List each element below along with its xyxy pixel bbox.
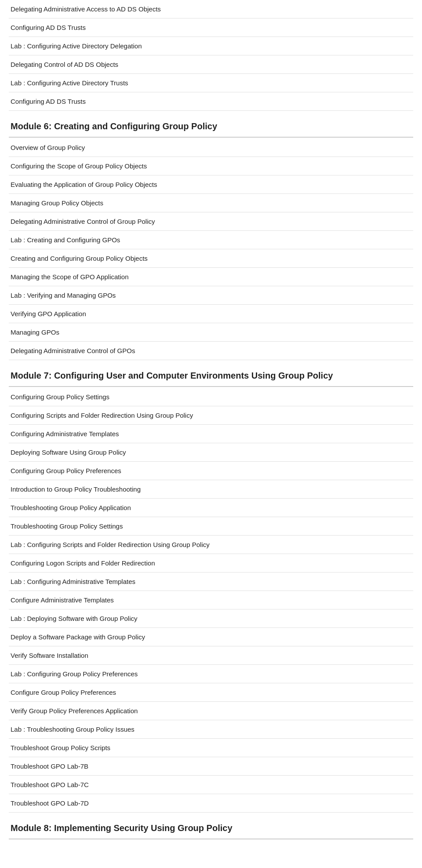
- list-item: Configuring Administrative Templates: [9, 425, 413, 443]
- module6-heading: Module 6: Creating and Configuring Group…: [9, 111, 413, 138]
- module7-heading: Module 7: Configuring User and Computer …: [9, 360, 413, 387]
- list-item: Lab : Creating and Configuring GPOs: [9, 231, 413, 249]
- list-item: Lab : Configuring Scripts and Folder Red…: [9, 536, 413, 554]
- list-item: Configure Administrative Templates: [9, 591, 413, 609]
- list-item: Troubleshoot GPO Lab-7C: [9, 776, 413, 794]
- list-item: Delegating Administrative Control of Gro…: [9, 212, 413, 231]
- module6-section: Module 6: Creating and Configuring Group…: [9, 111, 413, 360]
- list-item: Deploying Software Using Group Policy: [9, 443, 413, 462]
- list-item: Configure Group Policy Preferences: [9, 683, 413, 702]
- list-item: Lab : Configuring Active Directory Trust…: [9, 74, 413, 92]
- list-item: Lab : Deploying Software with Group Poli…: [9, 609, 413, 628]
- list-item: Delegating Administrative Access to AD D…: [9, 0, 413, 18]
- list-item: Delegating Control of AD DS Objects: [9, 55, 413, 74]
- list-item: Lab : Configuring Group Policy Preferenc…: [9, 665, 413, 683]
- list-item: Troubleshooting Group Policy Settings: [9, 517, 413, 536]
- list-item: Verifying GPO Application: [9, 305, 413, 323]
- list-item: Troubleshoot Group Policy Scripts: [9, 739, 413, 757]
- list-item: Configuring Scripts and Folder Redirecti…: [9, 406, 413, 425]
- list-item: Evaluating the Application of Group Poli…: [9, 175, 413, 194]
- list-item: Configuring the Scope of Group Policy Ob…: [9, 157, 413, 175]
- list-item: Configuring AD DS Trusts: [9, 92, 413, 111]
- list-item: Verify Software Installation: [9, 646, 413, 665]
- list-item: Lab : Troubleshooting Group Policy Issue…: [9, 720, 413, 739]
- list-item: Configuring Group Policy Settings: [9, 388, 413, 406]
- list-item: Delegating Administrative Control of GPO…: [9, 342, 413, 360]
- list-item: Lab : Verifying and Managing GPOs: [9, 286, 413, 305]
- list-item: Configuring Group Policy Preferences: [9, 462, 413, 480]
- list-item: Managing the Scope of GPO Application: [9, 268, 413, 286]
- list-item: Lab : Configuring Active Directory Deleg…: [9, 37, 413, 55]
- list-item: Deploy a Software Package with Group Pol…: [9, 628, 413, 646]
- module8-heading: Module 8: Implementing Security Using Gr…: [9, 813, 413, 839]
- list-item: Managing GPOs: [9, 323, 413, 342]
- module7-section: Module 7: Configuring User and Computer …: [9, 360, 413, 813]
- list-item: Verify Group Policy Preferences Applicat…: [9, 702, 413, 720]
- list-item: Configuring Logon Scripts and Folder Red…: [9, 554, 413, 573]
- list-item: Troubleshoot GPO Lab-7D: [9, 794, 413, 813]
- list-item: Managing Group Policy Objects: [9, 194, 413, 212]
- list-item: Creating and Configuring Group Policy Ob…: [9, 249, 413, 268]
- module8-section: Module 8: Implementing Security Using Gr…: [9, 813, 413, 839]
- list-item: Troubleshoot GPO Lab-7B: [9, 757, 413, 776]
- list-item: Overview of Group Policy: [9, 139, 413, 157]
- list-item: Troubleshooting Group Policy Application: [9, 499, 413, 517]
- list-item: Lab : Configuring Administrative Templat…: [9, 573, 413, 591]
- list-item: Introduction to Group Policy Troubleshoo…: [9, 480, 413, 499]
- top-items-list: Delegating Administrative Access to AD D…: [9, 0, 413, 111]
- list-item: Configuring AD DS Trusts: [9, 18, 413, 37]
